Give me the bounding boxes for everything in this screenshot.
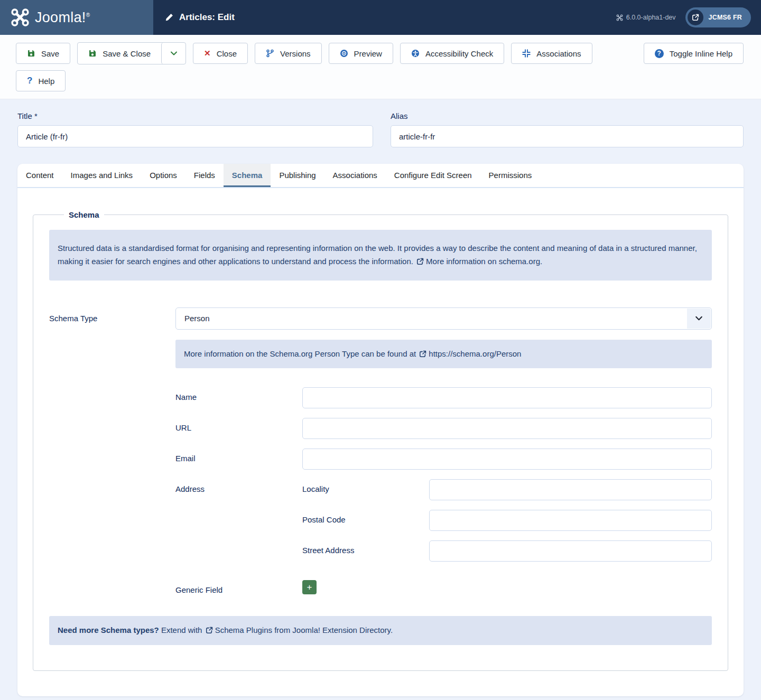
tab-schema[interactable]: Schema [224, 164, 271, 187]
address-subfields: Locality Postal Code Street Address [302, 479, 712, 562]
alias-label: Alias [391, 111, 744, 120]
tab-images-and-links[interactable]: Images and Links [62, 164, 142, 187]
edit-card: Content Images and Links Options Fields … [17, 164, 744, 696]
schema-fieldset: Schema Structured data is a standardised… [33, 210, 728, 671]
joomla-mini-icon [616, 14, 623, 21]
preview-button[interactable]: Preview [329, 43, 393, 64]
street-address-label: Street Address [302, 540, 429, 562]
app-header: Joomla!® Articles: Edit 6.0.0-alpha1-dev… [0, 0, 761, 35]
question-circle-icon: ? [655, 49, 664, 58]
url-input[interactable] [302, 418, 712, 439]
email-field-row: Email [175, 449, 712, 470]
page-title: Articles: Edit [179, 12, 235, 23]
alias-input[interactable] [391, 125, 744, 147]
save-close-button[interactable]: Save & Close [78, 43, 161, 64]
save-close-label: Save & Close [103, 49, 151, 58]
schema-person-link[interactable]: https://schema.org/Person [429, 349, 521, 358]
logo-wordmark: Joomla!® [35, 10, 90, 26]
accessibility-check-button[interactable]: Accessibility Check [400, 43, 504, 64]
locality-input[interactable] [429, 479, 712, 500]
save-label: Save [41, 49, 59, 58]
person-type-info-text: More information on the Schema.org Perso… [184, 349, 416, 358]
schema-intro-infobox: Structured data is a standardised format… [49, 230, 712, 281]
associations-button[interactable]: Associations [511, 43, 592, 64]
title-label: Title * [17, 111, 373, 120]
versions-button[interactable]: Versions [255, 43, 322, 64]
close-label: Close [217, 49, 237, 58]
address-group-row: Address Locality Postal Code S [175, 479, 712, 562]
version-badge: 6.0.0-alpha1-dev [616, 14, 676, 21]
chevron-down-icon [694, 314, 703, 323]
url-label: URL [175, 418, 302, 439]
save-icon [88, 49, 97, 58]
save-button[interactable]: Save [16, 43, 70, 64]
person-type-infobox: More information on the Schema.org Perso… [175, 340, 712, 369]
title-input[interactable] [17, 125, 373, 147]
associations-label: Associations [536, 49, 581, 58]
tab-publishing[interactable]: Publishing [271, 164, 324, 187]
registered-mark: ® [86, 12, 90, 18]
tab-fields[interactable]: Fields [185, 164, 224, 187]
schema-plugins-link[interactable]: Schema Plugins from Joomla! Extension Di… [215, 626, 393, 634]
preview-label: Preview [354, 49, 382, 58]
street-address-field-row: Street Address [302, 540, 712, 562]
toggle-inline-help-button[interactable]: ? Toggle Inline Help [644, 43, 744, 64]
site-name-label: JCMS6 FR [709, 14, 742, 21]
schema-type-label: Schema Type [49, 307, 175, 595]
toolbar: Save Save & Close ✕ Close [0, 35, 761, 99]
name-input[interactable] [302, 387, 712, 408]
save-icon [27, 49, 35, 58]
tab-options[interactable]: Options [141, 164, 185, 187]
toolbar-row-2: ? Help [16, 70, 744, 91]
schema-legend: Schema [64, 210, 104, 219]
plus-icon: + [307, 583, 312, 592]
schema-type-control: Person More information on the Schema.or… [175, 307, 712, 595]
external-link-icon [416, 258, 424, 265]
external-link-icon [688, 10, 703, 25]
tab-content[interactable]: Content [17, 164, 62, 187]
address-label: Address [175, 479, 302, 562]
external-link-icon [206, 627, 213, 634]
help-label: Help [38, 77, 54, 86]
version-text: 6.0.0-alpha1-dev [626, 14, 676, 21]
universal-access-icon [411, 49, 420, 58]
schema-type-select[interactable]: Person [175, 307, 712, 330]
view-site-button[interactable]: JCMS6 FR [685, 7, 751, 27]
postal-code-label: Postal Code [302, 510, 429, 531]
tab-associations[interactable]: Associations [324, 164, 386, 187]
add-generic-field-button[interactable]: + [302, 580, 317, 594]
compress-icon [522, 49, 531, 58]
url-field-row: URL [175, 418, 712, 439]
schema-intro-text: Structured data is a standardised format… [58, 244, 697, 266]
code-branch-icon [266, 49, 274, 58]
save-close-group: Save & Close [77, 42, 186, 64]
generic-field-control: + [302, 580, 317, 594]
pencil-icon [165, 13, 173, 22]
schema-org-link[interactable]: More information on schema.org. [426, 257, 542, 266]
postal-code-field-row: Postal Code [302, 510, 712, 531]
external-link-icon [419, 350, 426, 358]
tab-configure-edit-screen[interactable]: Configure Edit Screen [386, 164, 480, 187]
locality-label: Locality [302, 479, 429, 500]
toggle-inline-help-label: Toggle Inline Help [670, 49, 732, 58]
schema-type-row: Schema Type Person More information on t… [49, 307, 712, 595]
generic-field-row: Generic Field + [175, 580, 712, 594]
versions-label: Versions [280, 49, 311, 58]
accessibility-check-label: Accessibility Check [425, 49, 493, 58]
email-input[interactable] [302, 449, 712, 470]
close-x-icon: ✕ [204, 49, 211, 58]
help-button[interactable]: ? Help [16, 70, 66, 91]
schema-plugins-infobox: Need more Schema types? Extend with Sche… [49, 616, 712, 645]
tab-bar: Content Images and Links Options Fields … [17, 164, 744, 188]
eye-icon [340, 49, 348, 58]
save-options-dropdown-toggle[interactable] [161, 43, 185, 64]
street-address-input[interactable] [429, 540, 712, 562]
toolbar-row-1: Save Save & Close ✕ Close [16, 42, 744, 64]
name-field-row: Name [175, 387, 712, 408]
header-right: 6.0.0-alpha1-dev JCMS6 FR [616, 7, 761, 27]
locality-field-row: Locality [302, 479, 712, 500]
postal-code-input[interactable] [429, 510, 712, 531]
close-button[interactable]: ✕ Close [193, 43, 248, 64]
logo-area[interactable]: Joomla!® [0, 0, 153, 35]
tab-permissions[interactable]: Permissions [480, 164, 541, 187]
